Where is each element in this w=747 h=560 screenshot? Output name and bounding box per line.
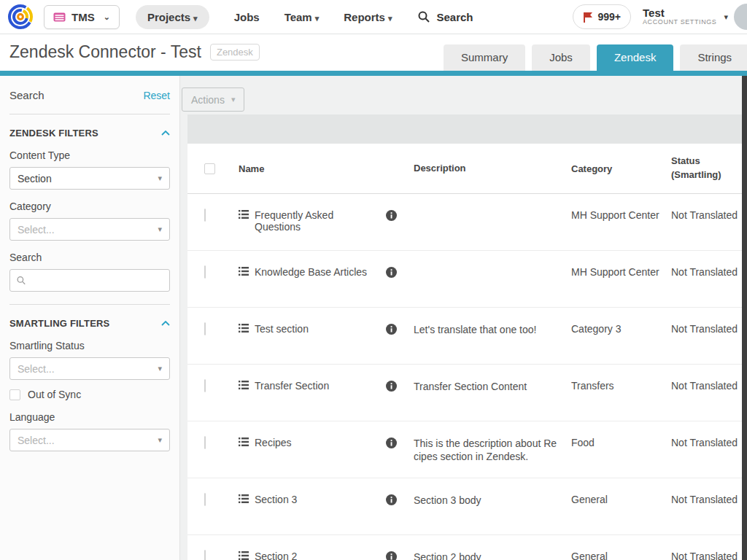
tab-jobs[interactable]: Jobs — [532, 44, 590, 71]
info-icon[interactable] — [386, 494, 397, 505]
content-type-select[interactable]: Section ▾ — [9, 167, 170, 190]
list-icon — [239, 551, 249, 560]
account-settings-label: ACCOUNT SETTINGS — [643, 19, 716, 26]
tms-grid-icon — [53, 12, 66, 22]
info-icon[interactable] — [386, 381, 397, 392]
row-checkbox[interactable] — [204, 550, 206, 560]
sidebar-search-input[interactable] — [31, 275, 163, 287]
chevron-down-icon: ▾ — [724, 12, 728, 22]
chevron-down-icon: ▾ — [158, 225, 162, 234]
page-title: Zendesk Connector - Test — [9, 42, 201, 62]
row-checkbox[interactable] — [204, 379, 206, 392]
sidebar-search-field-label: Search — [9, 252, 170, 263]
list-icon — [239, 438, 249, 446]
row-checkbox[interactable] — [204, 322, 206, 335]
select-all-checkbox[interactable] — [204, 163, 215, 174]
smartling-status-select[interactable]: Select... ▾ — [9, 357, 170, 380]
nav-item-reports[interactable]: Reports▾ — [344, 11, 392, 23]
column-name: Name — [239, 144, 377, 193]
search-icon — [418, 11, 430, 23]
row-checkbox[interactable] — [204, 265, 206, 279]
row-checkbox[interactable] — [204, 493, 206, 506]
chevron-up-icon[interactable] — [161, 321, 170, 326]
divider — [9, 304, 170, 305]
info-icon[interactable] — [386, 210, 397, 221]
language-label: Language — [9, 411, 170, 423]
table-row[interactable]: Test section Let's translate that one to… — [187, 308, 742, 365]
chevron-down-icon: ▾ — [231, 95, 236, 104]
chevron-down-icon: ▾ — [158, 435, 162, 445]
status-badge: Not Translated — [671, 551, 741, 560]
table-row[interactable]: Transfer Section Transfer Section Conten… — [187, 365, 742, 421]
status-badge: Not Translated — [671, 380, 741, 392]
search-label: Search — [436, 11, 473, 23]
nav-item-jobs[interactable]: Jobs — [234, 11, 260, 23]
notifications-button[interactable]: 999+ — [573, 4, 631, 29]
category-select[interactable]: Select... ▾ — [9, 218, 170, 241]
table-row[interactable]: Frequently Asked Questions MH Support Ce… — [187, 194, 742, 251]
tms-label: TMS — [71, 11, 95, 23]
status-badge: Not Translated — [671, 494, 741, 505]
nav-item-projects[interactable]: Projects▾ — [136, 5, 209, 29]
section-name: Test section — [255, 323, 309, 335]
status-badge: Not Translated — [671, 209, 741, 221]
nav-item-team[interactable]: Team▾ — [285, 11, 320, 23]
section-name: Transfer Section — [255, 380, 329, 392]
chevron-down-icon: ▾ — [388, 14, 392, 23]
row-checkbox[interactable] — [204, 436, 206, 449]
list-icon — [239, 381, 249, 389]
main-content: Actions ▾ Name Description Category Stat… — [180, 76, 747, 560]
section-name: Recipes — [255, 437, 292, 448]
table-header: Name Description Category Status (Smartl… — [187, 144, 742, 194]
out-of-sync-checkbox[interactable] — [9, 389, 20, 400]
section-category: Food — [571, 437, 671, 448]
smartling-logo-icon[interactable] — [7, 4, 34, 30]
zendesk-filters-title: ZENDESK FILTERS — [9, 128, 98, 139]
page-header: Zendesk Connector - Test Zendesk Summary… — [0, 34, 747, 71]
section-category: MH Support Center — [571, 209, 671, 221]
list-icon — [239, 324, 249, 332]
table-row[interactable]: Section 2 Section 2 body General Not Tra… — [187, 535, 742, 560]
info-icon[interactable] — [386, 324, 397, 335]
column-category: Category — [571, 144, 671, 193]
global-search[interactable]: Search — [418, 11, 473, 23]
section-description: Transfer Section Content — [414, 380, 571, 393]
section-category: Transfers — [571, 380, 671, 392]
tab-zendesk[interactable]: Zendesk — [597, 44, 674, 71]
account-menu[interactable]: Test ACCOUNT SETTINGS — [643, 7, 716, 26]
list-icon — [239, 267, 249, 276]
vertical-scrollbar[interactable] — [742, 76, 747, 560]
tab-strings[interactable]: Strings — [680, 44, 747, 71]
row-checkbox[interactable] — [204, 209, 206, 222]
section-description: Section 3 body — [414, 494, 571, 507]
chevron-down-icon: ▾ — [158, 364, 162, 373]
out-of-sync-label: Out of Sync — [28, 389, 81, 400]
table-row[interactable]: Knowledge Base Articles MH Support Cente… — [187, 251, 742, 308]
table-row[interactable]: Recipes This is the description about Re… — [187, 421, 742, 478]
language-select[interactable]: Select... ▾ — [9, 429, 170, 451]
list-icon — [239, 210, 249, 219]
column-description: Description — [414, 144, 571, 193]
section-name: Section 3 — [255, 494, 297, 505]
section-category: General — [571, 551, 671, 560]
info-icon[interactable] — [386, 551, 397, 560]
status-badge: Not Translated — [671, 266, 741, 278]
chevron-up-icon[interactable] — [161, 131, 170, 136]
table-row[interactable]: Section 3 Section 3 body General Not Tra… — [187, 478, 742, 535]
top-navbar: TMS ⌄ Projects▾ Jobs Team▾ Reports▾ Sear… — [0, 0, 747, 34]
tms-switcher-button[interactable]: TMS ⌄ — [44, 5, 120, 29]
reset-filters-link[interactable]: Reset — [143, 90, 170, 101]
tab-summary[interactable]: Summary — [444, 44, 525, 71]
avatar[interactable] — [734, 4, 747, 30]
category-label: Category — [9, 201, 170, 212]
sidebar-search-box — [9, 269, 170, 292]
notification-count: 999+ — [597, 11, 621, 23]
project-type-badge: Zendesk — [210, 44, 260, 61]
sections-table: Name Description Category Status (Smartl… — [187, 144, 742, 560]
active-tab-bar — [0, 71, 747, 76]
actions-button[interactable]: Actions ▾ — [182, 88, 244, 112]
smartling-status-label: Smartling Status — [9, 340, 170, 351]
info-icon[interactable] — [386, 267, 397, 278]
sidebar-search-title: Search — [9, 89, 44, 101]
info-icon[interactable] — [386, 438, 397, 448]
